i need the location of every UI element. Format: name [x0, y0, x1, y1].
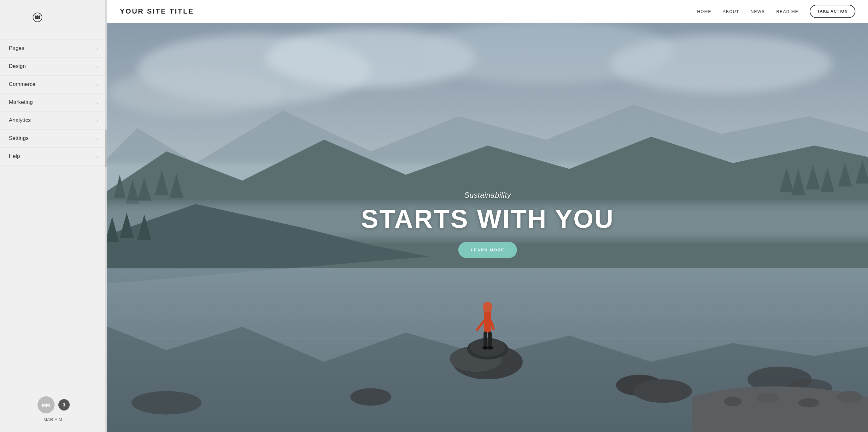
hero-title: STARTS WITH YOU: [361, 206, 614, 232]
sidebar-nav: Pages › Design › Commerce › Marketing › …: [0, 36, 107, 389]
footer-avatars: MM 3: [37, 396, 70, 413]
scrollbar-thumb[interactable]: [105, 129, 107, 167]
sidebar-item-settings[interactable]: Settings ›: [0, 129, 107, 147]
user-avatar[interactable]: MM: [37, 396, 55, 413]
chevron-right-icon: ›: [97, 154, 98, 159]
sidebar-item-marketing[interactable]: Marketing ›: [0, 93, 107, 112]
website-frame: YOUR SITE TITLE HOME ABOUT NEWS READ ME …: [107, 0, 868, 432]
hero-cta-button[interactable]: LEARN MORE: [458, 242, 517, 258]
squarespace-logo-icon: [32, 11, 43, 25]
take-action-button[interactable]: TAKE ACTION: [810, 5, 856, 18]
site-header: YOUR SITE TITLE HOME ABOUT NEWS READ ME …: [107, 0, 868, 23]
preview-area: YOUR SITE TITLE HOME ABOUT NEWS READ ME …: [107, 0, 868, 432]
nav-link-home[interactable]: HOME: [697, 9, 711, 14]
scrollbar[interactable]: [105, 0, 107, 432]
user-name: MARIA M.: [43, 417, 64, 422]
nav-link-about[interactable]: ABOUT: [722, 9, 739, 14]
chevron-right-icon: ›: [97, 100, 98, 105]
chevron-right-icon: ›: [97, 118, 98, 123]
site-title: YOUR SITE TITLE: [120, 7, 194, 16]
sidebar-item-help[interactable]: Help ›: [0, 147, 107, 166]
sidebar-logo-area: [0, 0, 107, 36]
nav-link-read-me[interactable]: READ ME: [776, 9, 798, 14]
notification-badge[interactable]: 3: [58, 399, 70, 410]
sidebar-item-design[interactable]: Design ›: [0, 57, 107, 76]
chevron-right-icon: ›: [97, 64, 98, 69]
sidebar-item-pages[interactable]: Pages ›: [0, 39, 107, 57]
sidebar-item-commerce[interactable]: Commerce ›: [0, 76, 107, 93]
hero-section: Sustainability STARTS WITH YOU LEARN MOR…: [107, 23, 868, 432]
sidebar-footer: MM 3 MARIA M.: [0, 389, 107, 432]
chevron-right-icon: ›: [97, 82, 98, 87]
hero-subtitle: Sustainability: [464, 191, 511, 200]
nav-link-news[interactable]: NEWS: [751, 9, 765, 14]
sidebar: Pages › Design › Commerce › Marketing › …: [0, 0, 107, 432]
hero-content: Sustainability STARTS WITH YOU LEARN MOR…: [107, 23, 868, 432]
chevron-right-icon: ›: [97, 46, 98, 51]
sidebar-item-analytics[interactable]: Analytics ›: [0, 112, 107, 129]
chevron-right-icon: ›: [97, 136, 98, 141]
site-nav: HOME ABOUT NEWS READ ME TAKE ACTION: [697, 5, 856, 18]
